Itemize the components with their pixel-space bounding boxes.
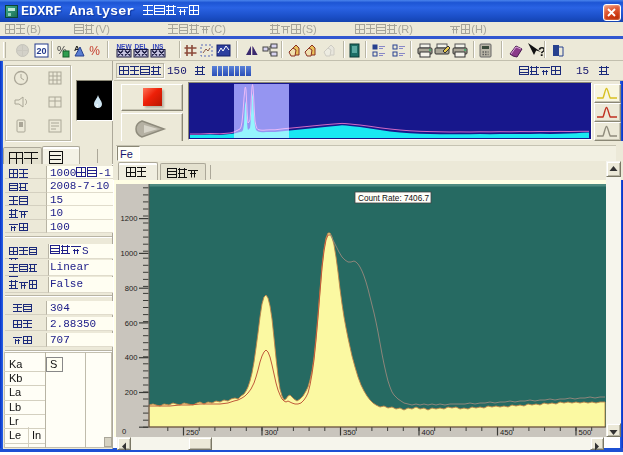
svg-text:800: 800 xyxy=(125,284,138,293)
svg-text:NEW: NEW xyxy=(116,43,132,50)
svg-text:600: 600 xyxy=(125,319,138,328)
svg-text:200: 200 xyxy=(125,388,138,397)
svg-text:INS: INS xyxy=(153,43,165,50)
svg-text:400: 400 xyxy=(125,353,138,362)
svg-text:1200: 1200 xyxy=(121,214,138,223)
svg-text:1000: 1000 xyxy=(121,249,138,258)
svg-text:?: ? xyxy=(538,44,544,59)
svg-text:Count Rate: 7406.7: Count Rate: 7406.7 xyxy=(358,194,429,203)
svg-text:400: 400 xyxy=(422,428,435,437)
svg-text:450: 450 xyxy=(500,428,513,437)
svg-text:DEL: DEL xyxy=(135,43,148,50)
svg-text:300: 300 xyxy=(265,428,278,437)
svg-text:500: 500 xyxy=(579,428,592,437)
svg-text:350: 350 xyxy=(343,428,356,437)
svg-text:0: 0 xyxy=(122,427,126,436)
svg-text:250: 250 xyxy=(186,428,199,437)
